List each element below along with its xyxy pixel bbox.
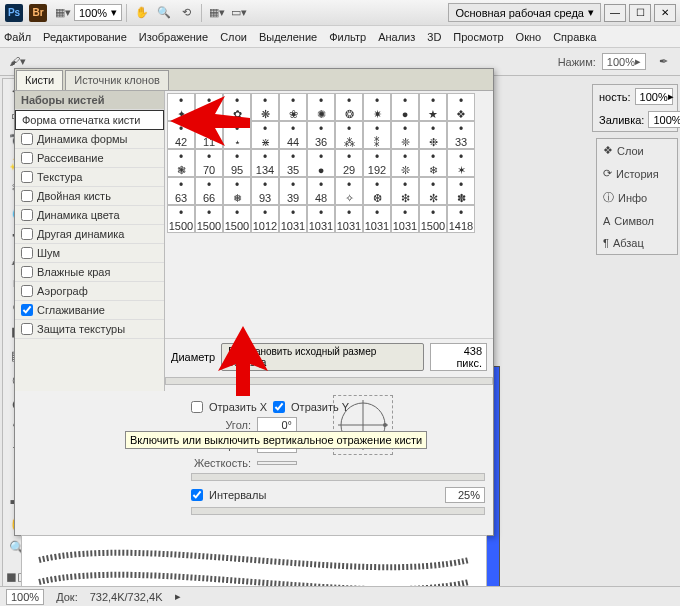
brush-tip-cell[interactable]: •70 (195, 149, 223, 177)
spacing-field[interactable]: 25% (445, 487, 485, 503)
opt-other-dynamics[interactable]: Другая динамика (15, 225, 164, 244)
minimize-button[interactable]: — (604, 4, 626, 22)
brush-tip-cell[interactable]: •⁂ (335, 121, 363, 149)
opt-noise[interactable]: Шум (15, 244, 164, 263)
zoom-tool-icon[interactable]: 🔍 (153, 2, 175, 24)
menu-select[interactable]: Выделение (259, 31, 317, 43)
brush-tip-cell[interactable]: •93 (251, 177, 279, 205)
panel-info[interactable]: ⓘ Инфо (597, 185, 677, 210)
brush-tip-shape[interactable]: Форма отпечатка кисти (15, 110, 164, 130)
menu-help[interactable]: Справка (553, 31, 596, 43)
brush-tip-cell[interactable]: •● (391, 93, 419, 121)
screen-mode-icon[interactable]: ▭▾ (228, 2, 250, 24)
rotate-view-icon[interactable]: ⟲ (175, 2, 197, 24)
brush-tip-cell[interactable]: •❈ (391, 121, 419, 149)
menu-analysis[interactable]: Анализ (378, 31, 415, 43)
brush-tip-cell[interactable]: •1500 (167, 205, 195, 233)
opt-smoothing[interactable]: Сглаживание (15, 301, 164, 320)
brush-tip-cell[interactable]: •⋆ (223, 121, 251, 149)
brush-tip-cell[interactable]: •✽ (447, 177, 475, 205)
maximize-button[interactable]: ☐ (629, 4, 651, 22)
brush-tip-cell[interactable]: •✧ (335, 177, 363, 205)
status-zoom[interactable]: 100% (6, 589, 44, 605)
hardness-slider[interactable] (191, 473, 485, 481)
brush-tip-cell[interactable]: •33 (447, 121, 475, 149)
brush-tip-cell[interactable]: •48 (307, 177, 335, 205)
brush-tip-cell[interactable]: •❀ (279, 93, 307, 121)
brush-tip-cell[interactable]: •✼ (419, 177, 447, 205)
brush-tip-cell[interactable]: •1500 (223, 205, 251, 233)
brush-tip-cell[interactable]: •❉ (419, 121, 447, 149)
hand-tool-icon[interactable]: ✋ (131, 2, 153, 24)
brush-tip-cell[interactable]: •❄ (419, 149, 447, 177)
brush-tip-cell[interactable]: •1031 (307, 205, 335, 233)
opt-shape-dynamics[interactable]: Динамика формы (15, 130, 164, 149)
airbrush-icon[interactable]: ✒ (652, 51, 674, 73)
workspace-switcher[interactable]: Основная рабочая среда▾ (448, 3, 601, 22)
diameter-field[interactable]: 438 пикс. (430, 343, 487, 371)
menu-edit[interactable]: Редактирование (43, 31, 127, 43)
brush-tip-cell[interactable]: •1418 (447, 205, 475, 233)
brush-tip-cell[interactable]: •42 (167, 121, 195, 149)
brush-tip-cell[interactable]: •❊ (391, 149, 419, 177)
brush-tip-cell[interactable]: •1031 (335, 205, 363, 233)
bridge-icon[interactable]: Br (28, 3, 48, 23)
brush-tip-cell[interactable]: •✱ (195, 93, 223, 121)
opacity-mini-field[interactable]: 100% ▸ (635, 88, 673, 105)
diameter-slider[interactable] (165, 377, 493, 385)
brush-tip-cell[interactable]: •✦ (167, 93, 195, 121)
panel-character[interactable]: A Символ (597, 210, 677, 232)
brush-tip-cell[interactable]: •⋇ (251, 121, 279, 149)
brush-tip-grid[interactable]: •✦•✱•✿•❋•❀•✺•❂•✷•●•★•❖•42•11•⋆•⋇•44•36•⁂… (165, 91, 493, 338)
fill-mini-field[interactable]: 100% ▸ (648, 111, 680, 128)
brush-tip-cell[interactable]: •1500 (419, 205, 447, 233)
brush-tip-cell[interactable]: •✺ (307, 93, 335, 121)
brush-tip-cell[interactable]: •134 (251, 149, 279, 177)
tab-brushes[interactable]: Кисти (16, 70, 63, 90)
brush-tip-cell[interactable]: •29 (335, 149, 363, 177)
brush-tip-cell[interactable]: •● (307, 149, 335, 177)
view-extras-icon[interactable]: ▦▾ (52, 2, 74, 24)
brush-tip-cell[interactable]: •1031 (391, 205, 419, 233)
close-button[interactable]: ✕ (654, 4, 676, 22)
brush-tip-cell[interactable]: •❆ (363, 177, 391, 205)
opt-protect-texture[interactable]: Защита текстуры (15, 320, 164, 339)
menu-view[interactable]: Просмотр (453, 31, 503, 43)
opt-texture[interactable]: Текстура (15, 168, 164, 187)
panel-paragraph[interactable]: ¶ Абзац (597, 232, 677, 254)
opt-airbrush[interactable]: Аэрограф (15, 282, 164, 301)
brush-tip-cell[interactable]: •❃ (167, 149, 195, 177)
flip-y-checkbox[interactable] (273, 401, 285, 413)
restore-sample-size-button[interactable]: Восстановить исходный размер образца (221, 343, 424, 371)
brush-presets-header[interactable]: Наборы кистей (15, 91, 164, 110)
brush-tip-cell[interactable]: •1500 (195, 205, 223, 233)
menu-layers[interactable]: Слои (220, 31, 247, 43)
spacing-slider[interactable] (191, 507, 485, 515)
tab-clone-source[interactable]: Источник клонов (65, 70, 169, 90)
brush-tip-cell[interactable]: •63 (167, 177, 195, 205)
brush-tip-cell[interactable]: •1031 (279, 205, 307, 233)
brush-tip-cell[interactable]: •❂ (335, 93, 363, 121)
brush-tip-cell[interactable]: •✿ (223, 93, 251, 121)
brush-tip-cell[interactable]: •1012 (251, 205, 279, 233)
brush-tip-cell[interactable]: •35 (279, 149, 307, 177)
menu-filter[interactable]: Фильтр (329, 31, 366, 43)
zoom-level[interactable]: 100%▾ (74, 4, 122, 21)
spacing-checkbox[interactable] (191, 489, 203, 501)
brush-tip-cell[interactable]: •❋ (251, 93, 279, 121)
panel-layers[interactable]: ❖ Слои (597, 139, 677, 162)
opt-scattering[interactable]: Рассеивание (15, 149, 164, 168)
brush-tip-cell[interactable]: •❅ (223, 177, 251, 205)
opt-color-dynamics[interactable]: Динамика цвета (15, 206, 164, 225)
brush-tip-cell[interactable]: •192 (363, 149, 391, 177)
opt-wet-edges[interactable]: Влажные края (15, 263, 164, 282)
menu-window[interactable]: Окно (516, 31, 542, 43)
flip-x-checkbox[interactable] (191, 401, 203, 413)
brush-tip-cell[interactable]: •✷ (363, 93, 391, 121)
brush-tip-cell[interactable]: •44 (279, 121, 307, 149)
opt-dual-brush[interactable]: Двойная кисть (15, 187, 164, 206)
brush-tip-cell[interactable]: •39 (279, 177, 307, 205)
brush-tip-cell[interactable]: •36 (307, 121, 335, 149)
flow-field[interactable]: 100% ▸ (602, 53, 646, 70)
menu-file[interactable]: Файл (4, 31, 31, 43)
